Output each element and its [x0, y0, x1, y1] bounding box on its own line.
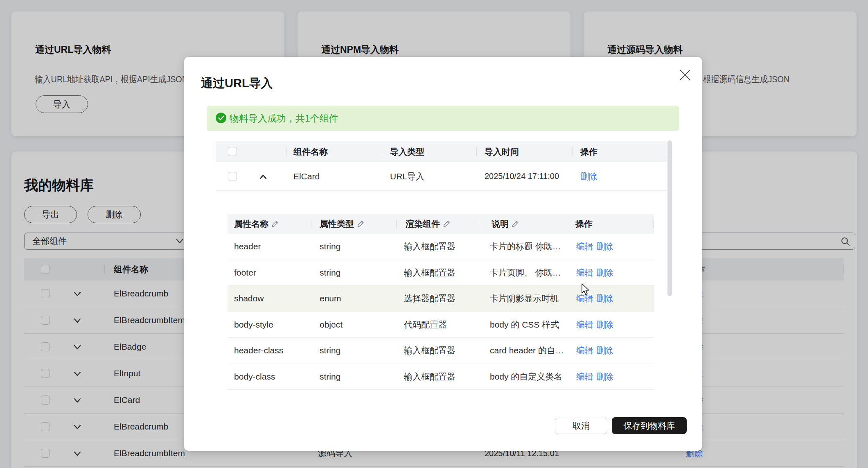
column-header-action: 操作 [575, 214, 593, 234]
prop-type: string [320, 234, 340, 260]
prop-renderer: 输入框配置器 [404, 234, 455, 260]
close-icon[interactable] [679, 68, 692, 81]
prop-type: string [320, 260, 340, 286]
column-header-description: 说明 [491, 214, 519, 234]
prop-type: string [320, 338, 340, 364]
select-all-checkbox[interactable] [228, 147, 237, 156]
edit-link[interactable]: 编辑 [576, 312, 593, 338]
import-url-dialog: 通过URL导入 物料导入成功，共1个组件 组件名称 导入类型 导入时间 操作 [184, 57, 702, 451]
table-header-row: 属性名称 属性类型 渲染组件 说明 操作 [228, 214, 654, 234]
edit-link[interactable]: 编辑 [576, 234, 593, 260]
column-divider [666, 147, 666, 156]
prop-type: string [320, 364, 340, 390]
alert-message: 物料导入成功，共1个组件 [230, 106, 338, 131]
prop-description: 卡片页脚。 你既… [490, 260, 561, 286]
column-divider [396, 220, 397, 228]
prop-name: footer [234, 260, 256, 286]
column-divider [382, 147, 382, 156]
edit-link[interactable]: 编辑 [576, 260, 593, 286]
delete-link[interactable]: 删除 [596, 260, 613, 286]
column-header-renderer: 渲染组件 [406, 214, 451, 234]
prop-type: enum [320, 286, 341, 312]
edit-icon[interactable] [356, 220, 365, 228]
column-header-label: 说明 [491, 218, 509, 230]
property-row: header string 输入框配置器 卡片的标题 你既… 编辑 删除 [228, 234, 654, 260]
delete-link[interactable]: 删除 [596, 234, 613, 260]
prop-description: 卡片的标题 你既… [490, 234, 561, 260]
column-header-action: 操作 [580, 141, 597, 162]
prop-renderer: 输入框配置器 [404, 338, 455, 364]
prop-name: shadow [234, 286, 264, 312]
column-divider [311, 220, 311, 228]
dialog-title: 通过URL导入 [201, 76, 273, 90]
column-divider [476, 147, 477, 156]
import-type: URL导入 [390, 162, 424, 190]
column-header-prop-name: 属性名称 [234, 214, 279, 234]
prop-name: header-class [234, 338, 283, 364]
prop-renderer: 代码配置器 [404, 312, 447, 338]
row-delete-link[interactable]: 删除 [580, 162, 597, 190]
import-time: 2025/10/24 17:11:00 [485, 162, 559, 190]
prop-description: card header 的自… [490, 338, 564, 364]
column-divider [653, 220, 654, 228]
success-check-icon [216, 113, 226, 123]
save-button[interactable]: 保存到物料库 [612, 417, 687, 434]
property-row: header-class string 输入框配置器 card header 的… [228, 338, 654, 364]
delete-link[interactable]: 删除 [596, 364, 613, 390]
property-row-highlighted: shadow enum 选择器配置器 卡片阴影显示时机 编辑 删除 [228, 286, 654, 312]
prop-renderer: 选择器配置器 [404, 286, 455, 312]
success-alert: 物料导入成功，共1个组件 [207, 106, 679, 131]
chevron-up-icon[interactable] [259, 174, 267, 179]
delete-link[interactable]: 删除 [596, 312, 613, 338]
column-header-label: 渲染组件 [406, 218, 440, 230]
column-divider [572, 147, 573, 156]
prop-name: body-style [234, 312, 273, 338]
column-divider [286, 147, 286, 156]
row-checkbox[interactable] [228, 172, 237, 181]
mouse-cursor [580, 283, 589, 296]
table-row: ElCard URL导入 2025/10/24 17:11:00 删除 [216, 162, 667, 191]
column-header-label: 属性名称 [234, 218, 268, 230]
prop-description: body 的 CSS 样式 [490, 312, 559, 338]
edit-icon[interactable] [271, 220, 279, 228]
column-header-type: 导入类型 [390, 141, 424, 162]
prop-description: body 的自定义类名 [490, 364, 562, 390]
edit-link[interactable]: 编辑 [576, 338, 593, 364]
cancel-button[interactable]: 取消 [555, 418, 607, 434]
scrollbar-thumb[interactable] [667, 140, 672, 296]
column-header-label: 属性类型 [320, 218, 354, 230]
edit-link[interactable]: 编辑 [576, 364, 593, 390]
column-header-name: 组件名称 [293, 141, 328, 162]
component-name: ElCard [293, 162, 320, 190]
edit-icon[interactable] [442, 220, 451, 228]
prop-renderer: 输入框配置器 [404, 260, 455, 286]
properties-table: 属性名称 属性类型 渲染组件 说明 操作 header string [228, 214, 654, 390]
column-header-time: 导入时间 [485, 141, 519, 162]
column-divider [481, 220, 481, 228]
edit-icon[interactable] [511, 220, 519, 228]
column-header-prop-type: 属性类型 [320, 214, 365, 234]
imported-components-table: 组件名称 导入类型 导入时间 操作 ElCard URL导入 2025/10/2… [216, 141, 667, 191]
property-row: body-class string 输入框配置器 body 的自定义类名 编辑 … [228, 364, 654, 390]
delete-link[interactable]: 删除 [596, 286, 613, 312]
delete-link[interactable]: 删除 [596, 338, 613, 364]
prop-name: body-class [234, 364, 275, 390]
prop-type: object [320, 312, 343, 338]
table-header-row: 组件名称 导入类型 导入时间 操作 [216, 141, 667, 162]
property-row: footer string 输入框配置器 卡片页脚。 你既… 编辑 删除 [228, 260, 654, 286]
prop-name: header [234, 234, 261, 260]
property-row: body-style object 代码配置器 body 的 CSS 样式 编辑… [228, 312, 654, 338]
prop-renderer: 输入框配置器 [404, 364, 455, 390]
prop-description: 卡片阴影显示时机 [490, 286, 559, 312]
